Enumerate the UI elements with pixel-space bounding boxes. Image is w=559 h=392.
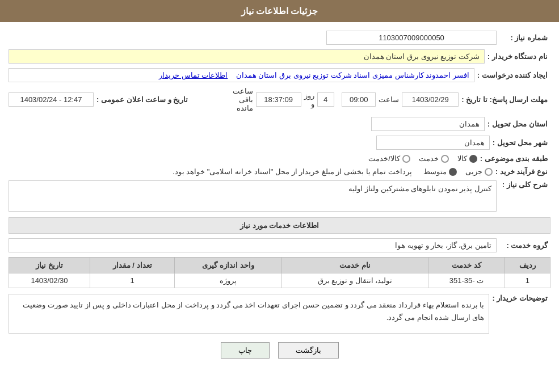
col-quantity: تعداد / مقدار [90,258,174,273]
page-title: جزئیات اطلاعات نیاز [241,6,318,16]
buyer-notes-value: با برنده استعلام بهاء قرارداد منعقد می گ… [9,294,489,334]
deadline-days: 4 [317,92,334,107]
city-value: همدان [376,136,490,150]
deadline-days-label: روز و [304,91,314,108]
print-button[interactable]: چاپ [221,342,270,359]
category-option-1[interactable]: کالا [457,154,477,163]
action-buttons: بازگشت چاپ [9,342,550,359]
need-number-value: 1103007009000050 [326,31,497,45]
col-unit: واحد اندازه گیری [175,258,281,273]
category-label-1: کالا [457,154,467,163]
purchase-type-label: نوع فرآیند خرید : [495,167,550,176]
services-table: ردیف کد خدمت نام خدمت واحد اندازه گیری ت… [9,257,550,288]
category-options: کالا خدمت کالا/خدمت [368,154,477,163]
service-group-label: گروه خدمت : [499,241,550,250]
purchase-type-radio-1[interactable] [485,168,493,176]
back-button[interactable]: بازگشت [278,342,339,359]
buyer-name-label: نام دستگاه خریدار : [487,52,550,61]
need-desc-label: شرح کلی نیاز : [499,180,550,189]
need-number-label: شماره نیاز : [499,33,550,42]
purchase-type-label-2: متوسط [423,167,447,176]
service-group-value: تامین برق، گاز، بخار و تهویه هوا [9,238,497,252]
province-value: همدان [371,117,485,131]
cell-row-num: 1 [505,273,550,288]
deadline-label: مهلت ارسال پاسخ: تا تاریخ : [461,95,550,104]
table-row: 1 ت -35-351 تولید، انتقال و توزیع برق پر… [9,273,550,288]
col-service-name: نام خدمت [281,258,428,273]
deadline-time: 09:00 [342,92,376,107]
deadline-remaining: 18:37:09 [256,92,301,107]
need-desc-value: کنترل پذیر نمودن تابلوهای مشترکین ولتاژ … [9,180,497,212]
purchase-type-option-1[interactable]: جزیی [465,167,493,176]
cell-date: 1403/02/30 [9,273,90,288]
cell-quantity: 1 [90,273,174,288]
category-radio-3[interactable] [402,155,410,163]
deadline-date: 1403/02/29 [402,92,459,107]
purchase-type-options: جزیی متوسط [423,167,493,176]
category-radio-1[interactable] [469,155,477,163]
buyer-notes-label: توضیحات خریدار : [492,294,550,302]
purchase-type-option-2[interactable]: متوسط [423,167,457,176]
category-option-3[interactable]: کالا/خدمت [368,154,410,163]
cell-service-name: تولید، انتقال و توزیع برق [281,273,428,288]
col-service-code: کد خدمت [428,258,505,273]
purchase-type-label-1: جزیی [465,167,482,176]
deadline-remaining-label: ساعت باقی مانده [233,87,253,112]
page-header: جزئیات اطلاعات نیاز [0,0,559,22]
category-radio-2[interactable] [441,155,449,163]
creator-contact-link[interactable]: اطلاعات تماس خریدار [159,71,228,79]
purchase-type-radio-2[interactable] [449,168,457,176]
creator-text: افسر احمدوند کارشناس ممیزی اسناد شرکت تو… [236,71,469,79]
deadline-time-label: ساعت [379,95,399,104]
city-label: شهر محل تحویل : [493,138,550,147]
creator-label: ایجاد کننده درخواست : [477,71,550,79]
col-date: تاریخ نیاز [9,258,90,273]
col-row-num: ردیف [505,258,550,273]
province-label: استان محل تحویل : [487,120,550,128]
cell-unit: پروژه [175,273,281,288]
cell-service-code: ت -35-351 [428,273,505,288]
category-option-2[interactable]: خدمت [419,154,449,163]
buyer-name-value: شرکت توزیع نیروی برق استان همدان [9,49,485,64]
purchase-type-note: پرداخت تمام یا بخشی از مبلغ خریدار از مح… [173,167,412,176]
services-section-title: اطلاعات خدمات مورد نیاز [9,217,550,234]
category-label: طبقه بندی موضوعی : [480,154,550,163]
announce-value: 1403/02/24 - 12:47 [9,92,94,107]
category-label-3: کالا/خدمت [368,154,400,163]
category-label-2: خدمت [419,154,439,163]
announce-label: تاریخ و ساعت اعلان عمومی : [96,95,191,104]
creator-value: افسر احمدوند کارشناس ممیزی اسناد شرکت تو… [9,68,474,82]
